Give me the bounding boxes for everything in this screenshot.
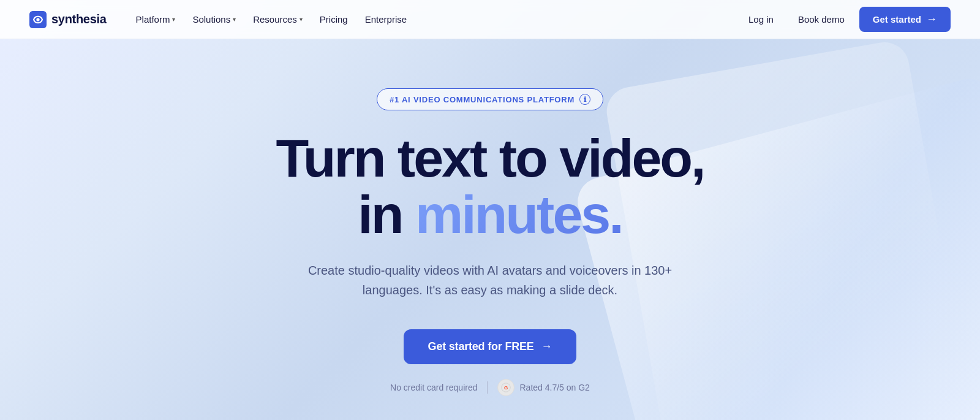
chevron-down-icon: ▾	[172, 16, 175, 23]
svg-point-1	[36, 18, 39, 21]
hero-title: Turn text to video, in minutes.	[276, 130, 704, 243]
nav-menu: Platform ▾ Solutions ▾ Resources ▾ Prici…	[129, 9, 415, 29]
chevron-down-icon: ▾	[300, 16, 303, 23]
hero-subtitle: Create studio-quality videos with AI ava…	[306, 261, 674, 300]
divider	[487, 381, 488, 394]
nav-item-resources[interactable]: Resources ▾	[246, 9, 310, 29]
nav-item-platform[interactable]: Platform ▾	[129, 9, 183, 29]
book-demo-button[interactable]: Book demo	[788, 9, 854, 29]
g2-icon: G	[497, 379, 514, 396]
info-icon[interactable]: ℹ	[579, 94, 590, 105]
g2-badge: G Rated 4.7/5 on G2	[497, 379, 589, 396]
g2-rating-text: Rated 4.7/5 on G2	[519, 383, 589, 392]
chevron-down-icon: ▾	[233, 16, 236, 23]
hero-badge: #1 AI VIDEO COMMUNICATIONS PLATFORM ℹ	[377, 88, 603, 110]
login-button[interactable]: Log in	[739, 9, 783, 29]
nav-item-solutions[interactable]: Solutions ▾	[185, 9, 243, 29]
get-started-nav-button[interactable]: Get started →	[859, 7, 951, 32]
cta-button[interactable]: Get started for FREE →	[404, 329, 577, 364]
arrow-right-icon: →	[541, 340, 552, 353]
arrow-right-icon: →	[926, 13, 937, 26]
navbar: synthesia Platform ▾ Solutions ▾ Resourc…	[0, 0, 980, 39]
logo-link[interactable]: synthesia	[29, 11, 107, 28]
no-credit-card-text: No credit card required	[390, 383, 477, 392]
social-proof: No credit card required G Rated 4.7/5 on…	[390, 379, 590, 396]
nav-item-enterprise[interactable]: Enterprise	[358, 9, 414, 29]
nav-left: synthesia Platform ▾ Solutions ▾ Resourc…	[29, 9, 414, 29]
badge-text: #1 AI VIDEO COMMUNICATIONS PLATFORM	[390, 95, 575, 104]
main-content: #1 AI VIDEO COMMUNICATIONS PLATFORM ℹ Tu…	[0, 39, 980, 396]
nav-right: Log in Book demo Get started →	[739, 7, 951, 32]
logo-icon	[29, 11, 47, 28]
hero-title-highlight: minutes.	[415, 184, 622, 245]
svg-text:G: G	[504, 385, 508, 391]
logo-text: synthesia	[51, 12, 107, 26]
nav-item-pricing[interactable]: Pricing	[312, 9, 355, 29]
